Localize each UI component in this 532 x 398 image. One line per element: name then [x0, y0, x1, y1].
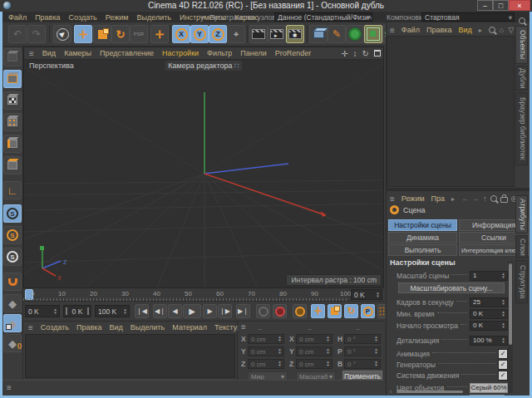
- menu-create[interactable]: Создать: [69, 13, 97, 22]
- stepper[interactable]: [500, 322, 506, 330]
- object-list-empty[interactable]: [387, 36, 515, 187]
- current-frame-field[interactable]: 0 K: [25, 305, 60, 317]
- modeling-objects-button[interactable]: [364, 25, 382, 43]
- hamburger-icon[interactable]: [241, 322, 246, 332]
- layout-search-icon[interactable]: [519, 12, 525, 27]
- stepper[interactable]: [52, 306, 58, 317]
- menu-overflow-icon[interactable]: [451, 195, 455, 203]
- points-mode-button[interactable]: [3, 113, 22, 131]
- node-space-select[interactable]: Данное (Стандартный/Физический): [274, 12, 372, 22]
- lock-x-axis-button[interactable]: X: [172, 25, 190, 43]
- polygons-mode-button[interactable]: [3, 156, 22, 174]
- undo-button[interactable]: ↶: [8, 25, 27, 43]
- maximize-button[interactable]: □: [493, 0, 509, 11]
- min-time-field[interactable]: 0 K: [470, 309, 508, 319]
- coordinate-system-button[interactable]: ⌖: [227, 25, 245, 43]
- viewport-menu-display[interactable]: Представление: [100, 49, 154, 57]
- stepper[interactable]: [373, 347, 379, 356]
- rot-b-field[interactable]: 0 °: [344, 359, 381, 369]
- viewport-menu-cameras[interactable]: Камеры: [64, 49, 91, 57]
- stepper[interactable]: [500, 298, 506, 307]
- menu-mode[interactable]: Режим: [106, 13, 129, 22]
- enable-axis-button[interactable]: ∟: [3, 181, 22, 199]
- generators-button[interactable]: [346, 25, 364, 43]
- stepper[interactable]: [500, 337, 506, 345]
- animation-checkbox[interactable]: ✓: [498, 349, 508, 359]
- stepper[interactable]: [325, 335, 331, 343]
- material-menu-view[interactable]: Вид: [109, 323, 122, 332]
- render-view-button[interactable]: [249, 25, 268, 43]
- lod-field[interactable]: 100 %: [470, 336, 508, 346]
- rot-p-field[interactable]: 0 °: [344, 346, 381, 356]
- stepper[interactable]: [277, 335, 283, 343]
- tab-takes[interactable]: Дубли: [515, 66, 528, 91]
- scale-tool[interactable]: [93, 25, 111, 43]
- rotate-tool[interactable]: ↻: [111, 25, 130, 43]
- viewport-menu-prorender[interactable]: ProRender: [275, 49, 312, 57]
- snap-enable-button[interactable]: S: [3, 204, 22, 223]
- scale-z-field[interactable]: 0 cm: [296, 359, 332, 369]
- key-parameter-toggle[interactable]: P: [361, 304, 375, 318]
- material-menu-create[interactable]: Создать: [41, 323, 69, 332]
- render-settings-button[interactable]: ✱: [286, 25, 304, 43]
- workplane-button[interactable]: ◆: [3, 294, 22, 312]
- back-arrow-icon[interactable]: ←: [461, 194, 469, 203]
- previous-frame-button[interactable]: ◀: [168, 304, 182, 318]
- viewport-canvas[interactable]: Z X: [24, 59, 383, 287]
- attributes-horizontal-scrollbar[interactable]: ‹ ›: [390, 389, 506, 396]
- selected-object-row[interactable]: Сцена: [390, 205, 426, 214]
- tab-structure[interactable]: Структура: [515, 260, 528, 303]
- psr-tool[interactable]: PSR: [130, 25, 148, 43]
- om-menu-view[interactable]: Вид: [458, 26, 471, 34]
- viewport[interactable]: Вид Камеры Представление Настройки Фильт…: [23, 47, 384, 288]
- tab-layers[interactable]: Слои: [515, 235, 528, 258]
- material-menu-select[interactable]: Выделить: [131, 323, 165, 332]
- hamburger-icon[interactable]: [29, 49, 34, 58]
- pos-x-field[interactable]: 0 cm: [248, 334, 284, 344]
- model-mode-button[interactable]: [3, 70, 22, 88]
- record-keyframe-button[interactable]: [293, 304, 307, 318]
- menubar-overflow-icon[interactable]: [202, 13, 205, 21]
- timeline-frame-field[interactable]: 0 K: [351, 289, 382, 300]
- menu-overflow-icon[interactable]: [479, 27, 482, 34]
- hamburger-icon[interactable]: [7, 383, 12, 392]
- workplane-lock-button[interactable]: ◆: [3, 314, 22, 332]
- next-key-button[interactable]: ❘▶: [218, 304, 232, 318]
- viewport-menu-options[interactable]: Настройки: [162, 49, 199, 57]
- tab-objects[interactable]: Объекты: [515, 26, 528, 64]
- tab-execute[interactable]: Выполнить: [388, 244, 457, 256]
- texture-mode-button[interactable]: [3, 91, 22, 110]
- key-rotation-toggle[interactable]: ↻: [344, 304, 358, 318]
- tab-dynamics[interactable]: Динамика: [388, 232, 457, 243]
- viewport-menu-filter[interactable]: Фильтр: [207, 49, 232, 57]
- attr-menu-mode[interactable]: Режим: [401, 194, 425, 203]
- make-editable-button[interactable]: [3, 48, 22, 66]
- stepper[interactable]: [373, 335, 379, 343]
- attributes-vertical-scrollbar[interactable]: [508, 262, 513, 393]
- hamburger-icon[interactable]: [390, 194, 395, 204]
- om-menu-file[interactable]: Файл: [401, 26, 420, 34]
- go-to-start-button[interactable]: ❘◀: [135, 304, 149, 318]
- menu-select[interactable]: Выделить: [137, 13, 172, 22]
- stepper[interactable]: [277, 360, 283, 368]
- snap-orange-button[interactable]: S: [3, 226, 22, 244]
- viewport-menu-panels[interactable]: Панели: [240, 49, 266, 57]
- filter-icon[interactable]: ▽: [508, 26, 514, 34]
- last-used-tool[interactable]: ✛: [150, 25, 169, 43]
- om-menu-edit[interactable]: Правка: [426, 26, 451, 34]
- menu-edit[interactable]: Правка: [35, 13, 60, 22]
- pos-y-field[interactable]: 0 cm: [248, 346, 284, 356]
- layout-select[interactable]: Стартовая: [421, 12, 515, 22]
- fps-field[interactable]: 25: [470, 297, 508, 307]
- play-button[interactable]: ▶: [183, 304, 201, 318]
- scale-x-field[interactable]: 0 cm: [296, 334, 332, 344]
- scene-scale-field[interactable]: 1: [470, 271, 508, 281]
- add-primitive-button[interactable]: [309, 25, 328, 43]
- stepper[interactable]: [325, 347, 331, 356]
- rot-h-field[interactable]: 0 °: [344, 334, 381, 344]
- stepper[interactable]: [500, 272, 506, 280]
- tab-attributes[interactable]: Атрибуты: [515, 195, 528, 233]
- section-title[interactable]: Настройки сцены: [390, 258, 456, 267]
- generators-checkbox[interactable]: ✓: [498, 360, 508, 370]
- pos-z-field[interactable]: 0 cm: [248, 359, 284, 369]
